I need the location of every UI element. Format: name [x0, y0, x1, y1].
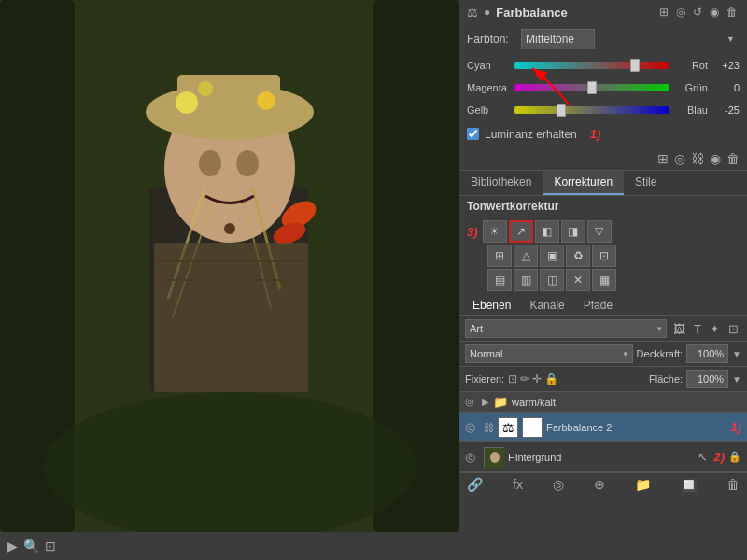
chain-corr-icon[interactable]: ⛓	[691, 151, 704, 166]
cyan-rot-value: +23	[713, 60, 740, 71]
fx-bottom-icon[interactable]: fx	[513, 477, 523, 492]
invert-icon-btn[interactable]: ▤	[487, 269, 512, 291]
link-bottom-icon[interactable]: 🔗	[467, 477, 483, 492]
tab-stile[interactable]: Stile	[624, 171, 668, 195]
delete-corr-icon[interactable]: 🗑	[726, 151, 740, 166]
gelb-label: Gelb	[467, 105, 509, 116]
eye2-icon[interactable]: ◉	[708, 4, 721, 21]
tab-ebenen[interactable]: Ebenen	[463, 295, 520, 315]
hintergrund-layer-row[interactable]: ◎ Hintergrund ↖ 2) 🔒	[459, 442, 747, 472]
ebenen-tabs: Ebenen Kanäle Pfade	[459, 295, 747, 316]
hintergrund-lock-icon: 🔒	[728, 451, 741, 463]
deckkraft-input[interactable]	[686, 344, 728, 363]
cyan-rot-slider[interactable]	[514, 58, 669, 73]
hsl-icon-btn[interactable]: △	[514, 245, 538, 267]
selectivecolor-icon-btn[interactable]: ✕	[566, 269, 590, 291]
pattern-icon-btn[interactable]: ⊞	[487, 245, 512, 267]
svg-point-13	[236, 150, 259, 176]
flache-label: Fläche:	[649, 373, 683, 385]
bw-icon-btn[interactable]: ♻	[566, 245, 590, 267]
mask-bottom-icon[interactable]: ◎	[553, 477, 564, 492]
fix-move-icon[interactable]: ✛	[532, 372, 542, 385]
luminanz-row: Luminanz erhalten 1)	[459, 121, 747, 147]
delete-icon[interactable]: 🗑	[725, 4, 740, 21]
gradient-icon-btn[interactable]: ▽	[587, 220, 612, 243]
hintergrund-thumb	[484, 447, 504, 468]
vibrance-icon-btn[interactable]: ▦	[592, 269, 616, 291]
svg-point-14	[176, 91, 198, 114]
cyan-rot-track	[514, 62, 669, 69]
group-arrow-icon: ▶	[482, 397, 489, 407]
magenta-grun-thumb[interactable]	[587, 81, 597, 94]
svg-point-12	[199, 150, 221, 176]
eye-corr-icon[interactable]: ◎	[674, 151, 685, 166]
gelb-blau-slider[interactable]	[514, 103, 669, 118]
play-icon[interactable]: ▶	[7, 539, 18, 553]
tab-kanale[interactable]: Kanäle	[520, 295, 573, 315]
flache-dropdown[interactable]: ▼	[732, 374, 741, 385]
newlayer-bottom-icon[interactable]: 🔲	[681, 477, 697, 492]
eye2-corr-icon[interactable]: ◉	[710, 151, 721, 166]
levels2-icon-btn[interactable]: ◨	[561, 220, 585, 243]
eye-icon[interactable]: ◎	[674, 4, 687, 21]
text-layer-icon[interactable]: T	[691, 321, 704, 337]
flache-input[interactable]	[686, 370, 728, 388]
svg-rect-19	[154, 243, 308, 392]
smart-layer-icon[interactable]: ⊡	[726, 321, 741, 337]
fix-all-icon[interactable]: 🔒	[544, 372, 558, 385]
blend-select[interactable]: Normal	[465, 344, 633, 363]
folder-bottom-icon[interactable]: 📁	[635, 477, 651, 492]
photo-layer-icon[interactable]: 🖼	[670, 321, 688, 337]
layers-bottom-toolbar: 🔗 fx ◎ ⊕ 📁 🔲 🗑	[459, 472, 747, 496]
grid-icon[interactable]: ⊞	[657, 4, 670, 21]
luminanz-label: Luminanz erhalten	[485, 128, 577, 141]
deckkraft-dropdown[interactable]: ▼	[732, 349, 741, 359]
effect-layer-icon[interactable]: ✦	[707, 321, 723, 337]
farbton-select-wrapper[interactable]: Tiefen Mitteltöne Lichter	[521, 29, 740, 49]
brightness-icon-btn[interactable]: ☀	[483, 220, 507, 243]
zoom-icon[interactable]: 🔍	[23, 539, 39, 553]
fit-icon[interactable]: ⊡	[45, 539, 56, 553]
fix-brush-icon[interactable]: ✏	[520, 372, 529, 385]
folder-icon: 📁	[493, 395, 508, 409]
tab-pfade[interactable]: Pfade	[574, 295, 622, 315]
fixieren-label: Fixieren:	[465, 373, 504, 385]
cyan-rot-thumb[interactable]	[630, 59, 640, 72]
farbbalance-visibility-icon[interactable]: ◎	[465, 420, 480, 434]
blend-select-wrapper[interactable]: Normal	[465, 344, 633, 363]
delete-bottom-icon[interactable]: 🗑	[726, 477, 740, 492]
farbton-select[interactable]: Tiefen Mitteltöne Lichter	[521, 29, 595, 49]
threshold-icon-btn[interactable]: ◫	[540, 269, 564, 291]
fix-pixel-icon[interactable]: ⊡	[508, 372, 517, 385]
grid-corr-icon[interactable]: ⊞	[657, 151, 669, 166]
luminanz-checkbox[interactable]	[467, 128, 479, 140]
magenta-grun-track	[514, 84, 669, 91]
farbbalance-layer-row[interactable]: ◎ ⛓ ⚖ Farbbalance 2 1)	[459, 413, 747, 442]
farbbalance-layer-name: Farbbalance 2	[546, 422, 726, 433]
magenta-grun-slider[interactable]	[514, 80, 669, 95]
svg-point-16	[257, 91, 275, 110]
balance-icon: ⚖	[467, 6, 478, 20]
tonwert-title: Tonwertkorrektur	[467, 200, 558, 213]
annotation-3-label: 3)	[467, 225, 478, 239]
art-select[interactable]: Art	[465, 319, 667, 338]
colorbalance-icon-btn[interactable]: ▣	[540, 245, 564, 267]
levels-icon-btn[interactable]: ◧	[535, 220, 559, 243]
hintergrund-cursor-icon: ↖	[698, 450, 708, 464]
eye-group-icon[interactable]: ◎	[465, 396, 478, 408]
art-select-wrapper[interactable]: Art	[465, 319, 667, 338]
magenta-grun-value: 0	[713, 82, 740, 93]
gelb-blau-thumb[interactable]	[557, 104, 566, 117]
curves-icon-btn[interactable]: ↗	[509, 220, 533, 243]
tab-korrekturen[interactable]: Korrekturen	[543, 171, 624, 195]
fix-icons: ⊡ ✏ ✛ 🔒	[508, 372, 645, 385]
group-row[interactable]: ◎ ▶ 📁 warm/kalt	[459, 392, 747, 413]
group-name: warm/kalt	[512, 397, 556, 408]
adjustment-bottom-icon[interactable]: ⊕	[594, 477, 605, 492]
posterize-icon-btn[interactable]: ▥	[514, 269, 538, 291]
hintergrund-visibility-icon[interactable]: ◎	[465, 450, 480, 464]
tab-bibliotheken[interactable]: Bibliotheken	[459, 171, 543, 195]
fixieren-row: Fixieren: ⊡ ✏ ✛ 🔒 Fläche: ▼	[459, 367, 747, 392]
refresh-icon[interactable]: ↺	[691, 4, 704, 21]
photo-icon-btn[interactable]: ⊡	[592, 245, 616, 267]
